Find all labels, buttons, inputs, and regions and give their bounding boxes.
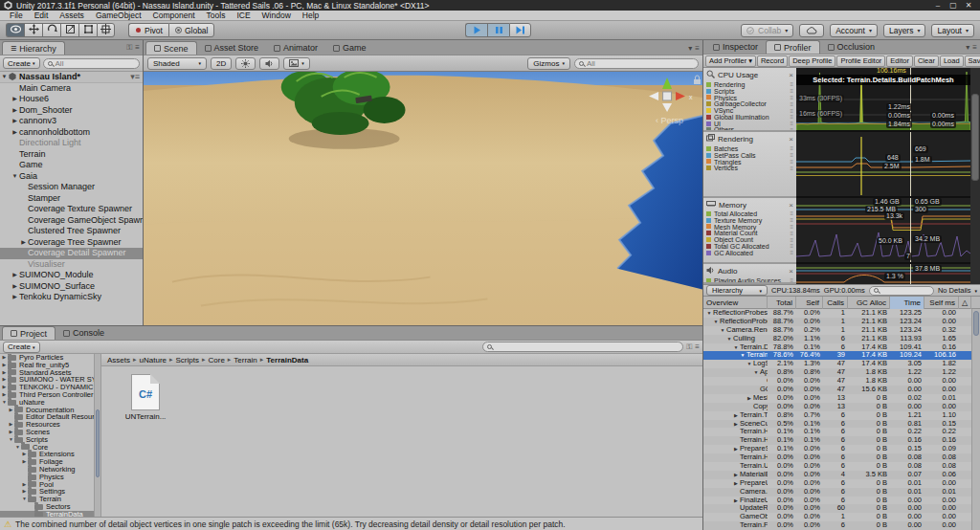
- modules-scrollbar[interactable]: [970, 68, 980, 284]
- expand-arrow-icon[interactable]: ▶: [732, 497, 740, 505]
- play-button[interactable]: [465, 23, 487, 37]
- breadcrumb-scripts[interactable]: Scripts: [176, 356, 199, 364]
- breadcrumb-assets[interactable]: Assets: [107, 356, 130, 364]
- tab-asset-store[interactable]: Asset Store: [197, 41, 267, 55]
- cloud-button[interactable]: [799, 24, 824, 37]
- expand-arrow-icon[interactable]: ▶: [1, 376, 8, 384]
- expand-arrow-icon[interactable]: ▶: [8, 421, 14, 429]
- column-header-self-ms[interactable]: Self ms: [924, 297, 959, 309]
- hierarchy-item-visualiser[interactable]: Visualiser: [0, 259, 143, 271]
- table-row[interactable]: ▶PrepareUpdateRen0.0%0.0%60 B0.010.00: [703, 479, 971, 488]
- gizmos-dropdown[interactable]: Gizmos▾: [527, 57, 570, 70]
- collab-dropdown[interactable]: Collab▾: [741, 24, 793, 37]
- hierarchy-item-coverage-texture-spawner[interactable]: Coverage Texture Spawner: [0, 204, 143, 215]
- status-bar[interactable]: ⚠ The combined number of detail object v…: [0, 517, 702, 530]
- table-row[interactable]: ▼LogStringToC2.1%1.3%4717.4 KB3.051.82: [703, 360, 971, 368]
- profiler-deep-profile-button[interactable]: Deep Profile: [789, 55, 835, 67]
- table-row[interactable]: ▶SceneCulling0.5%0.1%60 B0.810.15: [703, 420, 971, 429]
- minimize-icon[interactable]: –: [930, 0, 946, 11]
- shading-mode-dropdown[interactable]: Shaded▾: [147, 57, 207, 70]
- table-row[interactable]: Terrain.Heightmap.0.0%0.0%60 B0.080.08: [703, 453, 971, 462]
- view-tool-button[interactable]: [6, 23, 24, 37]
- profiler-view-dropdown[interactable]: Hierarchy▾: [706, 285, 768, 296]
- expand-arrow-icon[interactable]: ▶: [11, 281, 19, 293]
- hierarchy-item-coverage-detail-spawner[interactable]: Coverage Detail Spawner: [0, 248, 143, 259]
- hierarchy-item-tenkoku-dynamicsky[interactable]: ▶Tenkoku DynamicSky: [0, 292, 143, 303]
- expand-arrow-icon[interactable]: ▶: [1, 354, 8, 362]
- close-icon[interactable]: ×: [789, 71, 793, 79]
- table-row[interactable]: Terrain.Heightmap.0.1%0.1%60 B0.220.22: [703, 428, 971, 436]
- lock-icon[interactable]: ⚿: [126, 43, 132, 53]
- breadcrumb-terrain[interactable]: Terrain: [234, 356, 256, 364]
- expand-arrow-icon[interactable]: ▼: [1, 399, 8, 407]
- table-row[interactable]: GC.Alloc0.0%0.0%4715.6 KB0.000.00: [703, 386, 971, 394]
- details-dropdown[interactable]: No Details: [938, 286, 971, 295]
- rect-tool-button[interactable]: [78, 23, 97, 37]
- table-row[interactable]: ▼ReflectionProbes.Update88.7%0.0%121.1 K…: [703, 309, 971, 318]
- project-create-button[interactable]: Create▾: [3, 342, 40, 353]
- effects-dropdown[interactable]: ▾: [283, 57, 310, 70]
- hierarchy-item-coverage-tree-spawner[interactable]: ▶Coverage Tree Spawner: [0, 237, 143, 249]
- pause-button[interactable]: [487, 23, 509, 37]
- hierarchy-item-game[interactable]: Game: [0, 160, 143, 171]
- hierarchy-item-house6[interactable]: ▶House6: [0, 94, 143, 105]
- expand-arrow-icon[interactable]: ▶: [11, 127, 19, 139]
- tab-project[interactable]: Project: [2, 326, 56, 340]
- table-scrollbar[interactable]: [971, 309, 980, 530]
- expand-arrow-icon[interactable]: ▶: [21, 481, 28, 489]
- table-row[interactable]: Camera.FireOnPreC0.0%0.0%60 B0.010.01: [703, 488, 971, 497]
- table-row[interactable]: ▶Terrain.Trees.Rend0.8%0.7%60 B1.211.10: [703, 411, 971, 420]
- table-row[interactable]: ▼Camera.RenderToCuben88.7%0.2%121.1 KB12…: [703, 326, 971, 335]
- menu-file[interactable]: File: [4, 11, 29, 21]
- expand-arrow-icon[interactable]: ▼: [752, 368, 760, 377]
- column-header-gc-alloc[interactable]: GC Alloc: [848, 297, 890, 309]
- profiler-editor-button[interactable]: Editor: [886, 55, 913, 67]
- cpu-usage-chart[interactable]: 106.16ms Selected: Terrain.Details.Build…: [796, 68, 970, 132]
- profiler-save-button[interactable]: Save: [965, 55, 980, 67]
- panel-dropdown-icon[interactable]: ▾: [966, 43, 969, 52]
- table-row[interactable]: Terrain.FlushDirty0.0%0.0%60 B0.000.00: [703, 521, 971, 530]
- expand-arrow-icon[interactable]: ▶: [732, 445, 740, 453]
- profiler-record-button[interactable]: Record: [757, 55, 788, 67]
- expand-arrow-icon[interactable]: ▼: [739, 351, 746, 360]
- scale-tool-button[interactable]: [60, 23, 78, 37]
- hierarchy-item-gaia[interactable]: ▼Gaia: [0, 171, 143, 183]
- tab-hierarchy[interactable]: ☰ Hierarchy: [2, 41, 65, 55]
- column-header-total[interactable]: Total: [768, 297, 796, 309]
- expand-arrow-icon[interactable]: ▼: [14, 444, 21, 452]
- hierarchy-item-clustered-tree-spawner[interactable]: Clustered Tree Spawner: [0, 226, 143, 237]
- tab-scene[interactable]: Scene: [145, 41, 197, 55]
- close-icon[interactable]: ×: [789, 267, 793, 276]
- hierarchy-item-suimono_module[interactable]: ▶SUIMONO_Module: [0, 270, 143, 281]
- move-tool-button[interactable]: [24, 23, 42, 37]
- 2d-toggle[interactable]: 2D: [211, 57, 232, 70]
- layers-dropdown[interactable]: Layers▾: [883, 24, 926, 37]
- project-folder-third-person-controller[interactable]: ▶Third Person Controller: [0, 391, 100, 399]
- table-row[interactable]: ▼Culling82.0%1.1%621.1 KB113.931.65: [703, 335, 971, 343]
- panel-dropdown-icon[interactable]: ▾: [688, 44, 692, 53]
- panel-menu-icon[interactable]: ≡: [695, 44, 700, 53]
- profiler-profile-editor-button[interactable]: Profile Editor: [836, 55, 885, 67]
- project-file-grid[interactable]: C# UNTerrain...: [101, 366, 702, 517]
- tab-occlusion[interactable]: Occlusion: [820, 40, 883, 54]
- expand-arrow-icon[interactable]: ▶: [21, 488, 28, 496]
- table-row[interactable]: UpdateRendererBo0.0%0.0%600 B0.000.00: [703, 504, 971, 513]
- tab-profiler[interactable]: Profiler: [766, 40, 820, 54]
- expand-arrow-icon[interactable]: ▶: [1, 369, 8, 377]
- profiler-clear-button[interactable]: Clear: [914, 55, 939, 67]
- audio-chart[interactable]: 37.8 MB1.3 %: [796, 264, 970, 284]
- profiler-search-input[interactable]: [869, 286, 934, 296]
- table-row[interactable]: Terrain.UpdateMate0.0%0.0%60 B0.080.08: [703, 462, 971, 471]
- expand-arrow-icon[interactable]: ▼: [705, 309, 713, 318]
- breadcrumb-unature[interactable]: uNature: [140, 356, 167, 364]
- table-row[interactable]: GC.Alloc0.0%0.0%471.8 KB0.000.00: [703, 377, 971, 386]
- table-row[interactable]: CopyChannel:0.0%0.0%130 B0.000.00: [703, 403, 971, 411]
- column-header-time-ms[interactable]: Time ms: [890, 297, 924, 309]
- global-button[interactable]: Global: [168, 23, 215, 37]
- panel-menu-icon[interactable]: ≡: [695, 342, 700, 351]
- hierarchy-item-cannonholdbottom[interactable]: ▶cannonholdbottom: [0, 127, 143, 139]
- column-header-self[interactable]: Self: [796, 297, 823, 309]
- menu-gameobject[interactable]: GameObject: [90, 11, 147, 21]
- audio-toggle[interactable]: [259, 57, 279, 70]
- menu-window[interactable]: Window: [256, 11, 297, 21]
